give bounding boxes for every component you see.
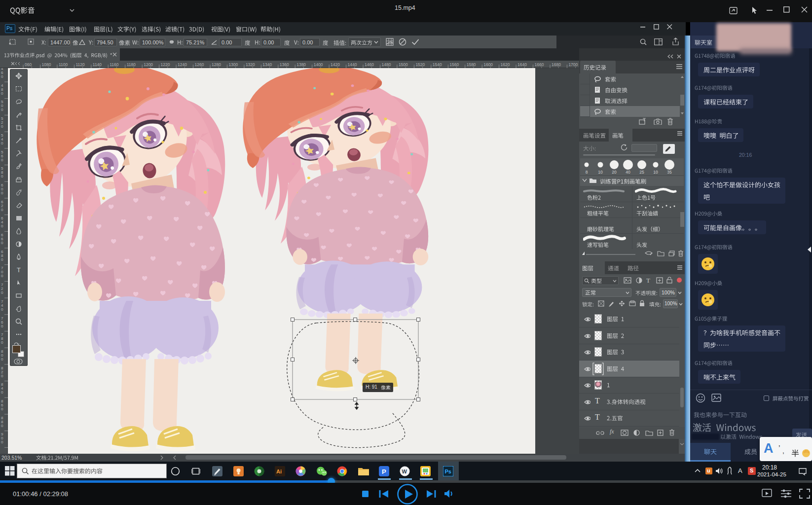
svg-text:0: 0 [1,407,3,411]
svg-text:1480: 1480 [382,62,391,67]
svg-text:0: 0 [1,340,3,345]
svg-text:1680: 1680 [552,62,561,67]
svg-text:0: 0 [1,158,3,162]
svg-text:1620: 1620 [501,62,510,67]
svg-text:1340: 1340 [262,62,272,67]
svg-text:1520: 1520 [415,62,425,67]
svg-text:20: 20 [612,170,617,175]
svg-text:10: 10 [598,170,603,175]
svg-text:1320: 1320 [246,62,255,67]
svg-text:T: T [17,266,21,273]
svg-text:8: 8 [586,170,588,175]
svg-text:1140: 1140 [93,62,102,67]
svg-text:1240: 1240 [178,62,187,67]
svg-text:0: 0 [1,224,3,228]
svg-text:1100: 1100 [59,62,68,67]
svg-text:0: 0 [1,307,3,312]
svg-text:1380: 1380 [296,62,306,67]
svg-text:0: 0 [1,390,3,395]
svg-text:1120: 1120 [75,62,85,67]
svg-text:1160: 1160 [110,62,119,67]
svg-text:1360: 1360 [280,62,289,67]
svg-text:0: 0 [1,290,3,295]
svg-text:35: 35 [667,170,672,175]
svg-text:W: W [402,469,407,474]
svg-text:1460: 1460 [365,62,374,67]
svg-text:1440: 1440 [348,62,357,67]
svg-text:0: 0 [1,124,3,129]
svg-text:1660: 1660 [535,62,544,67]
svg-text:P: P [382,468,386,475]
svg-text:0: 0 [1,440,3,444]
svg-text:1580: 1580 [467,62,476,67]
svg-text:1280: 1280 [212,62,221,67]
svg-text:1180: 1180 [127,62,136,67]
svg-text:Ps: Ps [445,469,451,474]
svg-text:1200: 1200 [144,62,153,67]
svg-text:0: 0 [1,357,3,361]
svg-text:0: 0 [1,208,3,212]
svg-text:1260: 1260 [195,62,204,67]
svg-text:0: 0 [1,241,3,245]
svg-text:1500: 1500 [399,62,408,67]
svg-text:1700: 1700 [568,62,578,67]
svg-text:0: 0 [1,108,3,112]
svg-text:1080: 1080 [42,62,51,67]
svg-text:10: 10 [653,170,658,175]
svg-text:0: 0 [1,191,3,195]
svg-text:1540: 1540 [433,62,442,67]
svg-text:0: 0 [1,174,3,179]
svg-text:0: 0 [1,424,3,428]
svg-text:1220: 1220 [161,62,170,67]
svg-text:25: 25 [639,170,644,175]
svg-text:1300: 1300 [228,62,238,67]
svg-text:Ai: Ai [276,469,282,474]
svg-text:0: 0 [1,141,3,145]
svg-text:1560: 1560 [449,62,459,67]
svg-text:0: 0 [1,91,3,96]
svg-text:0: 0 [1,257,3,262]
svg-text:0: 0 [1,374,3,378]
svg-text:40: 40 [626,170,630,175]
svg-text:1400: 1400 [314,62,323,67]
svg-text:060: 060 [25,62,32,67]
svg-text:1420: 1420 [331,62,340,67]
svg-text:0: 0 [1,324,3,328]
svg-text:0: 0 [1,74,3,79]
svg-text:1640: 1640 [517,62,527,67]
svg-text:0: 0 [1,274,3,278]
svg-text:1600: 1600 [483,62,493,67]
